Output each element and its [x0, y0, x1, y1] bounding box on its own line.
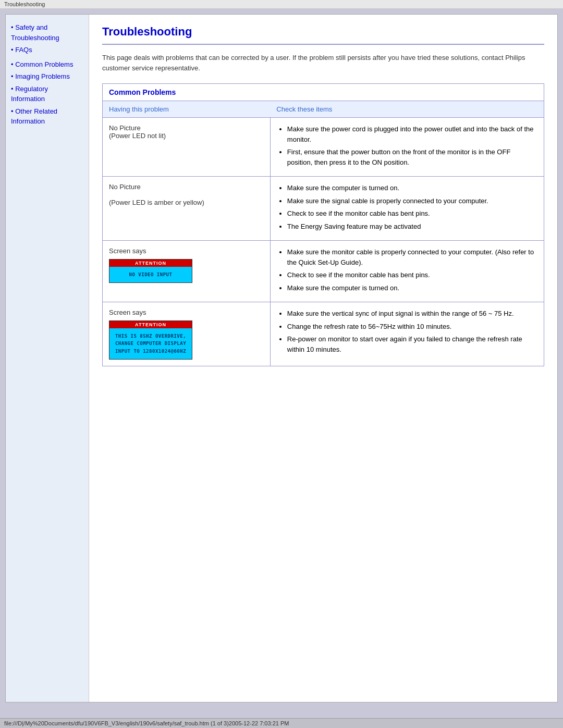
sidebar-item-faqs[interactable]: • FAQs — [11, 45, 83, 55]
list-item: Change the refresh rate to 56~75Hz withi… — [287, 322, 537, 332]
section-title: Common Problems — [109, 88, 176, 96]
main-content: Troubleshooting This page deals with pro… — [89, 15, 557, 702]
table-row: Screen says ATTENTION THIS IS 85HZ OVERD… — [103, 302, 544, 366]
no-video-input-image: ATTENTION NO VIDEO INPUT — [109, 259, 192, 283]
check-cell-4: Make sure the vertical sync of input sig… — [270, 302, 544, 366]
col-header-problem: Having this problem — [103, 101, 271, 118]
list-item: Make sure the computer is turned on. — [287, 183, 537, 193]
problem-cell-1: No Picture(Power LED not lit) — [103, 118, 271, 177]
status-bar-text: file:///D|/My%20Documents/dfu/190V6FB_V3… — [4, 720, 289, 726]
check-cell-3: Make sure the monitor cable is properly … — [270, 241, 544, 302]
table-row: No Picture(Power LED not lit) Make sure … — [103, 118, 544, 177]
sidebar-item-other[interactable]: • Other Related Information — [11, 106, 83, 127]
table-row: No Picture(Power LED is amber or yellow)… — [103, 177, 544, 241]
overdrive-image: ATTENTION THIS IS 85HZ OVERDRIVE,CHANGE … — [109, 320, 192, 360]
problem-cell-4: Screen says ATTENTION THIS IS 85HZ OVERD… — [103, 302, 271, 366]
sidebar-link-safety[interactable]: • Safety and Troubleshooting — [11, 22, 83, 43]
list-item: Make sure the signal cable is properly c… — [287, 196, 537, 206]
screen-body-2: THIS IS 85HZ OVERDRIVE,CHANGE COMPUTER D… — [109, 328, 192, 359]
sidebar-group-1: • Safety and Troubleshooting • FAQs — [11, 22, 83, 55]
list-item: Check to see if the monitor cable has be… — [287, 270, 537, 280]
list-item: The Energy Saving feature may be activat… — [287, 221, 537, 232]
check-cell-2: Make sure the computer is turned on. Mak… — [270, 177, 544, 241]
list-item: Make sure the power cord is plugged into… — [287, 124, 537, 144]
divider — [102, 44, 544, 45]
sidebar-link-common[interactable]: • Common Problems — [11, 59, 83, 70]
col-headers-row: Having this problem Check these items — [103, 101, 544, 118]
table-row: Screen says ATTENTION NO VIDEO INPUT Mak… — [103, 241, 544, 302]
check-cell-1: Make sure the power cord is plugged into… — [270, 118, 544, 177]
list-item: Re-power on monitor to start over again … — [287, 334, 537, 354]
sidebar-item-regulatory[interactable]: • Regulatory Information — [11, 84, 83, 104]
list-item: Make sure the vertical sync of input sig… — [287, 309, 537, 319]
sidebar-item-safety[interactable]: • Safety and Troubleshooting — [11, 22, 83, 43]
problems-table: Common Problems Having this problem Chec… — [102, 83, 544, 366]
sidebar-item-common[interactable]: • Common Problems — [11, 59, 83, 70]
screen-body-1: NO VIDEO INPUT — [109, 267, 192, 282]
list-item: Make sure the computer is turned on. — [287, 283, 537, 293]
status-bar: file:///D|/My%20Documents/dfu/190V6FB_V3… — [0, 718, 563, 728]
list-item: Make sure the monitor cable is properly … — [287, 247, 537, 267]
problem-cell-3: Screen says ATTENTION NO VIDEO INPUT — [103, 241, 271, 302]
problem-cell-2: No Picture(Power LED is amber or yellow) — [103, 177, 271, 241]
attention-bar-2: ATTENTION — [109, 321, 192, 328]
title-bar: Troubleshooting — [0, 0, 563, 9]
page-title: Troubleshooting — [102, 25, 544, 39]
title-bar-text: Troubleshooting — [4, 1, 45, 7]
sidebar-link-other[interactable]: • Other Related Information — [11, 106, 83, 127]
intro-text: This page deals with problems that can b… — [102, 53, 544, 73]
attention-bar-1: ATTENTION — [109, 260, 192, 267]
sidebar-link-imaging[interactable]: • Imaging Problems — [11, 71, 83, 82]
list-item: Check to see if the monitor cable has be… — [287, 208, 537, 219]
screen-says-label-2: Screen says — [109, 309, 146, 316]
main-window: • Safety and Troubleshooting • FAQs • Co… — [0, 9, 563, 718]
sidebar-group-2: • Common Problems • Imaging Problems • R… — [11, 59, 83, 127]
sidebar: • Safety and Troubleshooting • FAQs • Co… — [6, 15, 89, 702]
col-header-check: Check these items — [270, 101, 544, 118]
screen-says-label-1: Screen says — [109, 247, 146, 255]
sidebar-link-regulatory[interactable]: • Regulatory Information — [11, 84, 83, 104]
content-area: • Safety and Troubleshooting • FAQs • Co… — [5, 14, 558, 702]
sidebar-item-imaging[interactable]: • Imaging Problems — [11, 71, 83, 82]
list-item: First, ensure that the power button on t… — [287, 147, 537, 167]
table-section-header: Common Problems — [103, 84, 544, 101]
sidebar-link-faqs[interactable]: • FAQs — [11, 45, 83, 55]
